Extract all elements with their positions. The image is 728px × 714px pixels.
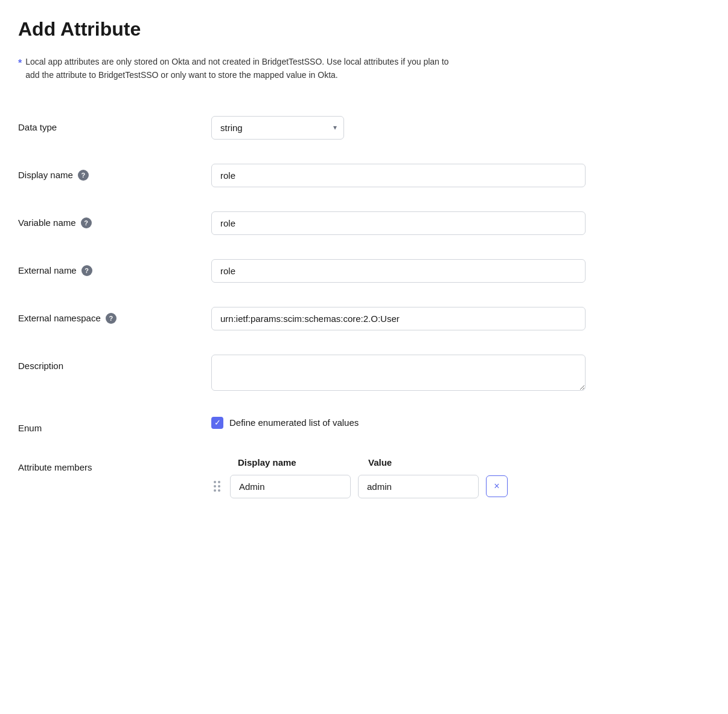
- enum-row: Enum ✓ Define enumerated list of values: [18, 405, 710, 445]
- external-namespace-label: External namespace ?: [18, 307, 187, 324]
- data-type-select-wrapper: string integer number boolean array ▾: [211, 116, 344, 140]
- data-type-select[interactable]: string integer number boolean array: [211, 116, 344, 140]
- display-name-label: Display name ?: [18, 164, 187, 181]
- external-namespace-control: [211, 307, 586, 330]
- display-name-control: [211, 164, 586, 187]
- description-input[interactable]: [211, 355, 586, 391]
- external-name-help-icon[interactable]: ?: [81, 265, 92, 276]
- display-name-help-icon[interactable]: ?: [78, 170, 89, 181]
- attribute-members-control: Display name Value ×: [211, 457, 586, 498]
- data-type-row: Data type string integer number boolean …: [18, 104, 710, 152]
- col-header-value: Value: [368, 457, 489, 468]
- variable-name-control: [211, 211, 586, 235]
- description-row: Description: [18, 343, 710, 405]
- variable-name-help-icon[interactable]: ?: [81, 217, 92, 228]
- member-display-input[interactable]: [230, 475, 351, 498]
- external-name-label: External name ?: [18, 259, 187, 276]
- close-icon: ×: [494, 481, 499, 492]
- external-namespace-help-icon[interactable]: ?: [106, 313, 117, 324]
- variable-name-row: Variable name ?: [18, 199, 710, 247]
- external-name-control: [211, 259, 586, 283]
- description-control: [211, 355, 586, 393]
- enum-checkbox-wrapper[interactable]: ✓ Define enumerated list of values: [211, 417, 359, 429]
- enum-checkbox-icon: ✓: [211, 417, 223, 429]
- attribute-members-header: Display name Value: [211, 457, 586, 468]
- attribute-member-row: ×: [211, 475, 586, 498]
- member-value-input[interactable]: [358, 475, 479, 498]
- enum-checkbox-row: ✓ Define enumerated list of values: [211, 417, 586, 429]
- enum-label: Enum: [18, 417, 187, 433]
- attribute-members-row: Attribute members Display name Value: [18, 445, 710, 510]
- page-title: Add Attribute: [18, 18, 710, 40]
- data-type-control: string integer number boolean array ▾: [211, 116, 586, 140]
- remove-member-button[interactable]: ×: [486, 475, 508, 497]
- data-type-label: Data type: [18, 116, 187, 132]
- info-notice: * Local app attributes are only stored o…: [18, 55, 453, 82]
- external-namespace-row: External namespace ?: [18, 295, 710, 343]
- variable-name-input[interactable]: [211, 211, 586, 235]
- drag-handle-icon[interactable]: [211, 480, 223, 493]
- enum-control: ✓ Define enumerated list of values: [211, 417, 586, 429]
- notice-asterisk: *: [18, 56, 22, 71]
- description-label: Description: [18, 355, 187, 371]
- display-name-input[interactable]: [211, 164, 586, 187]
- add-attribute-form: Data type string integer number boolean …: [18, 104, 710, 510]
- external-name-input[interactable]: [211, 259, 586, 283]
- attribute-members-content: Display name Value ×: [211, 457, 586, 498]
- enum-checkbox-label: Define enumerated list of values: [229, 417, 359, 428]
- col-header-display: Display name: [238, 457, 359, 468]
- external-namespace-input[interactable]: [211, 307, 586, 330]
- checkmark-icon: ✓: [214, 419, 221, 426]
- attribute-members-label: Attribute members: [18, 457, 187, 472]
- display-name-row: Display name ?: [18, 152, 710, 199]
- external-name-row: External name ?: [18, 247, 710, 295]
- notice-text: Local app attributes are only stored on …: [25, 55, 453, 82]
- variable-name-label: Variable name ?: [18, 211, 187, 228]
